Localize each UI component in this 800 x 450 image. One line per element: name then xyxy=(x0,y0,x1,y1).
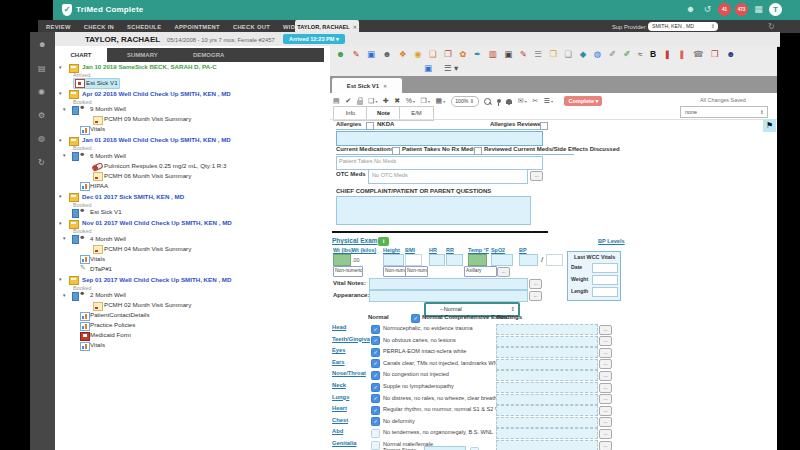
expand-arrow-icon[interactable]: ▼ xyxy=(62,153,66,158)
sync-icon[interactable]: ↻ xyxy=(38,158,45,167)
vitals-header-bmi[interactable]: BMI xyxy=(405,247,415,253)
exam-more-ears[interactable]: ... xyxy=(599,359,612,369)
exam-findings-ears[interactable] xyxy=(496,359,598,370)
tree-item[interactable]: ▼☻2 Month Well xyxy=(55,291,330,301)
exam-more-eyes[interactable]: ... xyxy=(599,348,612,358)
settings-icon[interactable]: ⚙ xyxy=(38,111,45,120)
tree-item[interactable]: PCMH 09 Month Visit Summary xyxy=(55,115,330,125)
exam-findings-eyes[interactable] xyxy=(496,347,598,358)
tab-demographics[interactable]: DEMOGRA xyxy=(193,48,224,62)
alerts-badge-icon[interactable]: 473 xyxy=(735,3,748,16)
forms-icon[interactable]: ❒ xyxy=(711,48,719,60)
clipboard-red-icon[interactable]: ❐ xyxy=(444,48,452,60)
menu-item-review[interactable]: REVIEW xyxy=(46,24,71,30)
monitor-icon[interactable]: ▣ xyxy=(367,48,375,60)
signature-icon[interactable]: ≈ xyxy=(638,48,643,60)
orders-icon[interactable]: ◉ xyxy=(414,48,421,60)
expand-arrow-icon[interactable]: ▼ xyxy=(58,138,62,143)
exam-link-lungs[interactable]: Lungs xyxy=(332,394,349,400)
doc-blue-icon[interactable]: ▣ xyxy=(424,62,432,74)
expand-arrow-icon[interactable]: ▼ xyxy=(62,236,66,241)
exam-checkbox-abd[interactable] xyxy=(371,429,380,438)
pin-icon[interactable] xyxy=(497,99,501,103)
chat-badge-icon[interactable]: 41 xyxy=(718,3,731,16)
tree-item[interactable]: HIPAA xyxy=(55,182,330,192)
document-tab[interactable]: Est Sick V1 ✕ xyxy=(332,78,402,93)
patient-icon[interactable]: ☻ xyxy=(383,48,392,60)
menu-item-schedule[interactable]: SCHEDULE xyxy=(127,24,161,30)
vitals-input-spo2[interactable] xyxy=(491,254,513,266)
exam-link-abd[interactable]: Abd xyxy=(332,428,343,434)
exam-more-neck[interactable]: ... xyxy=(599,383,612,393)
patient-add-icon[interactable]: ☻ xyxy=(336,48,345,60)
tree-item[interactable]: ☻Est Sick V1 xyxy=(55,208,330,218)
non-numeric-select-bmi[interactable]: Non-numeric xyxy=(405,266,428,277)
tab-summary[interactable]: SUMMARY xyxy=(127,48,158,62)
table-icon[interactable]: ▦ ▾ xyxy=(435,95,445,108)
nkda-checkbox[interactable] xyxy=(366,122,374,130)
vitals-header-hr[interactable]: HR xyxy=(429,247,437,253)
user-icon[interactable]: ☻ xyxy=(38,40,46,49)
non-numeric-select-wt[interactable]: Non-numeric xyxy=(333,266,363,277)
tree-item[interactable]: ▼Sep 01 2017 Well Child Check Up SMITH, … xyxy=(55,276,330,285)
vitals-input-bp-diastolic[interactable] xyxy=(546,254,563,266)
book2-icon[interactable]: ❚ xyxy=(678,48,685,60)
exam-findings-heart[interactable] xyxy=(496,405,598,416)
tree-item[interactable]: ▼Dec 01 2017 Sick SMITH, KEN , MD xyxy=(55,193,330,202)
close-icon[interactable]: ✕ xyxy=(383,83,387,89)
globe-icon[interactable]: ◍ xyxy=(594,48,601,60)
vitals-input-height[interactable] xyxy=(383,254,404,266)
tree-item[interactable]: ✎DTaP#1 xyxy=(55,265,330,275)
exam-checkbox-ears[interactable]: ✓ xyxy=(371,359,380,368)
tanner-stage-input[interactable] xyxy=(424,446,466,450)
mail-icon[interactable]: ✉ ▾ xyxy=(518,95,527,108)
tree-item[interactable]: ▼☻6 Month Well xyxy=(55,152,330,162)
info-icon[interactable]: i xyxy=(378,237,389,246)
template-select[interactable]: none ⇕ xyxy=(680,106,768,118)
tree-item[interactable]: ▼Apr 02 2018 Well Child Check Up SMITH, … xyxy=(55,90,330,99)
exam-link-head[interactable]: Head xyxy=(332,324,346,330)
vitals-input-wt-lbs-[interactable] xyxy=(333,254,351,266)
exam-more-heart[interactable]: ... xyxy=(599,406,612,416)
no-rx-meds-checkbox[interactable] xyxy=(392,147,400,155)
tree-item[interactable]: PCMH 04 Month Visit Summary xyxy=(55,245,330,255)
physical-exam-link[interactable]: Physical Exam xyxy=(332,237,378,244)
tree-item[interactable]: Vitals xyxy=(55,341,330,351)
pen-green-icon[interactable]: ✐ xyxy=(623,48,630,60)
tree-item[interactable]: Practice Policies xyxy=(55,321,330,331)
vitals-header-wt-kilos-[interactable]: Wt (kilos) xyxy=(352,247,376,253)
phone-icon[interactable]: ☎ xyxy=(693,48,704,60)
exam-findings-lungs[interactable] xyxy=(496,394,598,405)
screen-icon[interactable]: ▣ xyxy=(504,48,512,60)
exam-link-chest[interactable]: Chest xyxy=(332,417,348,423)
menu-item-appointment[interactable]: APPOINTMENT xyxy=(174,24,220,30)
tree-item[interactable]: PatientContactDetails xyxy=(55,311,330,321)
exam-findings-genitalia[interactable] xyxy=(496,440,598,450)
exam-checkbox-eyes[interactable]: ✓ xyxy=(371,348,380,357)
exam-link-heart[interactable]: Heart xyxy=(332,405,347,411)
clipboard-orange-icon[interactable]: ❏ xyxy=(429,48,437,60)
allergies-reviewed-checkbox[interactable] xyxy=(540,122,548,130)
vitals-header-wt-lbs-[interactable]: Wt (lbs) xyxy=(333,247,353,253)
flag-icon[interactable]: ⚑ xyxy=(763,119,776,132)
expand-arrow-icon[interactable]: ▼ xyxy=(62,293,66,298)
wcc-length-input[interactable] xyxy=(592,287,618,297)
edit-red-icon[interactable]: ✎ xyxy=(520,48,527,60)
exam-checkbox-neck[interactable]: ✓ xyxy=(371,383,380,392)
vitals-input-bp[interactable] xyxy=(519,254,538,266)
exam-findings-teeth-gingiva[interactable] xyxy=(496,336,598,347)
sup-provider-select[interactable]: SMITH, KEN , MD ⇕ xyxy=(648,22,718,31)
expand-arrow-icon[interactable]: ▼ xyxy=(58,277,62,282)
cut-icon[interactable]: ✂ xyxy=(532,95,538,107)
reviewed-meds-checkbox[interactable] xyxy=(474,147,482,155)
tree-item[interactable]: Pulmicort Respules 0.25 mg/2 mL, Qty:1 R… xyxy=(55,162,330,172)
exam-checkbox-lungs[interactable]: ✓ xyxy=(371,394,380,403)
folder-icon[interactable]: ❒ xyxy=(549,48,557,60)
exam-more-chest[interactable]: ... xyxy=(599,417,612,427)
prescription-icon[interactable]: ✎ xyxy=(352,48,359,60)
avatar[interactable]: T xyxy=(769,3,782,16)
exam-link-ears[interactable]: Ears xyxy=(332,359,345,365)
exam-more-abd[interactable]: ... xyxy=(599,429,612,439)
exam-link-teeth-gingiva[interactable]: Teeth/Gingiva xyxy=(332,336,370,342)
exam-findings-nose-throat[interactable] xyxy=(496,370,598,381)
